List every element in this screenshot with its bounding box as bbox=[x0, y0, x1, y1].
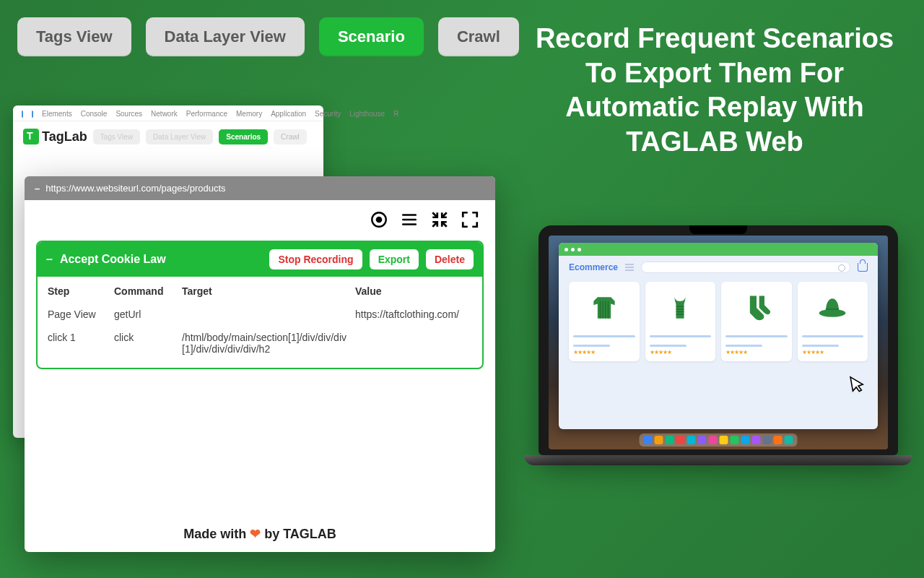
placeholder-line bbox=[725, 345, 762, 347]
export-button[interactable]: Export bbox=[370, 249, 419, 269]
laptop-mockup: Ecommerce ★★★★★ bbox=[539, 225, 898, 465]
dock-app-icon[interactable] bbox=[785, 436, 793, 444]
site-brand: Ecommerce bbox=[569, 262, 618, 272]
cell-value: https://taftclothing.com/ bbox=[355, 309, 472, 320]
dock-app-icon[interactable] bbox=[731, 436, 739, 444]
devtools-tab[interactable]: Security bbox=[315, 110, 341, 118]
dock-app-icon[interactable] bbox=[741, 436, 750, 444]
mini-tab-crawl[interactable]: Crawl bbox=[274, 129, 307, 144]
mini-tab-scenarios[interactable]: Scenarios bbox=[219, 129, 268, 144]
product-card[interactable]: ★★★★★ bbox=[569, 282, 640, 361]
made-with-suffix: by TAGLAB bbox=[261, 527, 336, 541]
col-step: Step bbox=[48, 285, 114, 297]
mini-tab-tags-view[interactable]: Tags View bbox=[93, 129, 140, 144]
browser-window: Ecommerce ★★★★★ bbox=[559, 243, 878, 429]
traffic-light-icon bbox=[578, 248, 581, 251]
laptop-bezel: Ecommerce ★★★★★ bbox=[539, 225, 898, 455]
taglab-logo-icon bbox=[23, 129, 39, 144]
inspect-icon[interactable] bbox=[22, 111, 23, 118]
browser-titlebar bbox=[559, 243, 878, 256]
devtools-tab[interactable]: Lighthouse bbox=[349, 110, 385, 118]
made-with-prefix: Made with bbox=[183, 527, 250, 541]
devtools-tab[interactable]: Performance bbox=[186, 110, 227, 118]
dock-app-icon[interactable] bbox=[666, 436, 674, 444]
dock-app-icon[interactable] bbox=[644, 436, 653, 444]
hero-headline: Record Frequent Scenarios To Export Them… bbox=[527, 22, 902, 159]
socks-icon bbox=[725, 288, 788, 328]
placeholder-line bbox=[802, 345, 839, 347]
sweater-icon bbox=[573, 288, 635, 328]
table-row[interactable]: click 1 click /html/body/main/section[1]… bbox=[38, 326, 482, 361]
top-tab-row: Tags View Data Layer View Scenario Crawl bbox=[17, 17, 519, 56]
stop-recording-button[interactable]: Stop Recording bbox=[269, 249, 362, 269]
devtools-tab[interactable]: Console bbox=[81, 110, 108, 118]
tank-top-icon bbox=[650, 288, 712, 328]
placeholder-line bbox=[650, 335, 712, 337]
dock-app-icon[interactable] bbox=[752, 436, 761, 444]
traffic-light-icon bbox=[571, 248, 575, 251]
placeholder-line bbox=[573, 335, 635, 337]
dock-app-icon[interactable] bbox=[763, 436, 772, 444]
scenario-panel: – https://www.websiteurl.com/pages/produ… bbox=[25, 176, 495, 552]
taglab-logo-text: TagLab bbox=[42, 129, 87, 144]
laptop-notch bbox=[689, 225, 747, 234]
product-card[interactable]: ★★★★★ bbox=[645, 282, 716, 361]
rating-stars: ★★★★★ bbox=[650, 349, 712, 355]
devtools-tab[interactable]: Elements bbox=[42, 110, 72, 118]
minimize-icon[interactable] bbox=[430, 210, 449, 232]
dock-app-icon[interactable] bbox=[676, 436, 685, 444]
delete-button[interactable]: Delete bbox=[426, 249, 474, 269]
fullscreen-icon[interactable] bbox=[461, 210, 479, 232]
table-header: Step Command Target Value bbox=[38, 280, 482, 303]
hat-icon bbox=[802, 288, 864, 328]
devtools-tab[interactable]: R bbox=[393, 110, 398, 118]
cell-command: click bbox=[114, 332, 182, 355]
product-card[interactable]: ★★★★★ bbox=[721, 282, 792, 361]
cell-command: getUrl bbox=[114, 309, 182, 320]
cell-value bbox=[355, 332, 472, 355]
product-grid: ★★★★★ ★★★★★ bbox=[559, 279, 878, 368]
cursor-icon bbox=[847, 373, 869, 399]
devtools-tab[interactable]: Memory bbox=[236, 110, 262, 118]
device-icon[interactable] bbox=[32, 111, 33, 118]
url-bar[interactable]: – https://www.websiteurl.com/pages/produ… bbox=[25, 176, 495, 200]
rating-stars: ★★★★★ bbox=[725, 349, 788, 355]
macos-dock bbox=[640, 434, 798, 447]
dock-app-icon[interactable] bbox=[687, 436, 696, 444]
url-text: https://www.websiteurl.com/pages/product… bbox=[45, 183, 225, 194]
product-card[interactable]: ★★★★★ bbox=[798, 282, 868, 361]
laptop-base bbox=[524, 455, 912, 465]
rating-stars: ★★★★★ bbox=[802, 349, 864, 355]
placeholder-line bbox=[802, 335, 864, 337]
record-icon[interactable] bbox=[370, 210, 388, 232]
heart-icon: ❤ bbox=[250, 527, 261, 541]
dock-app-icon[interactable] bbox=[774, 436, 783, 444]
tab-tags-view[interactable]: Tags View bbox=[17, 17, 131, 56]
devtools-tab-strip: Elements Console Sources Network Perform… bbox=[13, 105, 323, 121]
collapse-icon[interactable]: – bbox=[46, 253, 53, 266]
table-row[interactable]: Page View getUrl https://taftclothing.co… bbox=[38, 303, 482, 326]
placeholder-line bbox=[650, 345, 687, 347]
laptop-screen: Ecommerce ★★★★★ bbox=[549, 236, 888, 449]
dock-app-icon[interactable] bbox=[698, 436, 707, 444]
devtools-tab[interactable]: Application bbox=[271, 110, 306, 118]
devtools-tab[interactable]: Sources bbox=[116, 110, 142, 118]
tab-data-layer-view[interactable]: Data Layer View bbox=[146, 17, 305, 56]
scenario-card: – Accept Cookie Law Stop Recording Expor… bbox=[36, 241, 484, 369]
tab-scenario[interactable]: Scenario bbox=[319, 17, 424, 56]
taglab-toolbar: TagLab Tags View Data Layer View Scenari… bbox=[13, 121, 323, 152]
devtools-tab[interactable]: Network bbox=[151, 110, 178, 118]
collapse-icon[interactable]: – bbox=[35, 183, 40, 194]
dock-app-icon[interactable] bbox=[655, 436, 663, 444]
list-icon[interactable] bbox=[400, 210, 419, 232]
tab-crawl[interactable]: Crawl bbox=[438, 17, 519, 56]
svg-point-1 bbox=[376, 217, 383, 223]
cell-step: click 1 bbox=[48, 332, 114, 355]
menu-icon[interactable] bbox=[625, 264, 634, 271]
cart-icon[interactable] bbox=[858, 263, 868, 272]
dock-app-icon[interactable] bbox=[720, 436, 728, 444]
mini-tab-data-layer-view[interactable]: Data Layer View bbox=[146, 129, 213, 144]
taglab-logo: TagLab bbox=[23, 129, 87, 144]
dock-app-icon[interactable] bbox=[709, 436, 718, 444]
search-input[interactable] bbox=[641, 262, 850, 273]
